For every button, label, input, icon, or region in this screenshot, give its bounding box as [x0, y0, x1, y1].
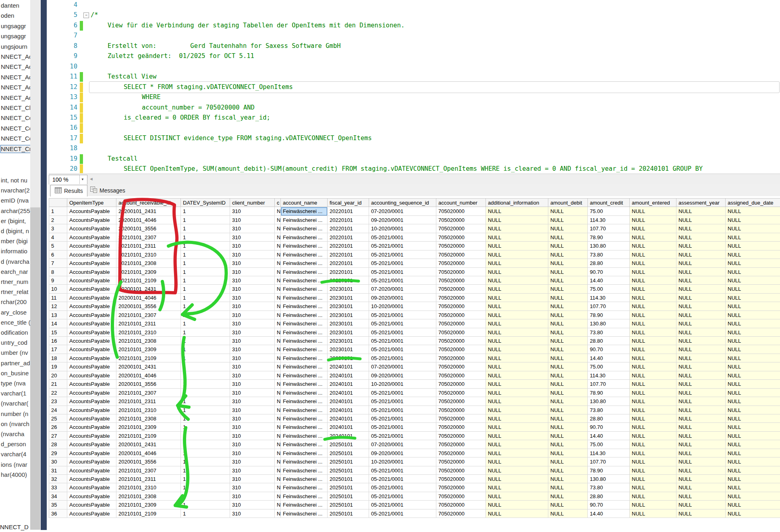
grid-cell[interactable]: 20240101	[328, 362, 369, 371]
grid-cell[interactable]: NULL	[630, 233, 676, 242]
grid-cell[interactable]: Feinwäscherei ...	[281, 337, 328, 345]
editor-zoom-dropdown[interactable]: 100 % ▼	[49, 175, 87, 185]
grid-row-number[interactable]: 19	[49, 362, 67, 371]
grid-cell[interactable]: NULL	[726, 328, 780, 337]
grid-row-number[interactable]: 5	[49, 242, 67, 250]
grid-cell[interactable]: NULL	[548, 466, 588, 475]
grid-cell[interactable]: NULL	[676, 328, 726, 337]
grid-cell[interactable]: 75.00	[588, 362, 630, 371]
grid-cell[interactable]: 705020000	[436, 224, 486, 233]
grid-header-amount_debit[interactable]: amount_debit	[548, 199, 588, 207]
grid-cell[interactable]: 20220101	[328, 233, 369, 242]
grid-cell[interactable]: AccountsPayable	[67, 380, 116, 388]
grid-cell[interactable]: NULL	[548, 501, 588, 509]
grid-cell[interactable]: 20210101_2311	[116, 475, 181, 483]
grid-cell[interactable]: 05-2021/0001	[369, 509, 436, 518]
grid-row-number[interactable]: 23	[49, 397, 67, 406]
grid-cell[interactable]: N	[275, 259, 281, 267]
grid-cell[interactable]: NULL	[726, 276, 780, 285]
grid-row-number[interactable]: 3	[49, 224, 67, 233]
grid-cell[interactable]: 310	[230, 389, 275, 397]
grid-row-number[interactable]: 17	[49, 345, 67, 354]
grid-row-number[interactable]: 26	[49, 423, 67, 431]
grid-row-number[interactable]: 32	[49, 475, 67, 483]
grid-cell[interactable]: NULL	[676, 354, 726, 362]
grid-row-number[interactable]: 1	[49, 207, 67, 215]
grid-cell[interactable]: 705020000	[436, 501, 486, 509]
grid-header-assessment_year[interactable]: assessment_year	[676, 199, 726, 207]
grid-cell[interactable]: 310	[230, 311, 275, 319]
grid-cell[interactable]: NULL	[630, 501, 676, 509]
grid-cell[interactable]: NULL	[486, 406, 548, 414]
grid-cell[interactable]: NULL	[676, 432, 726, 440]
grid-cell[interactable]: NULL	[548, 449, 588, 457]
grid-row-number[interactable]: 25	[49, 414, 67, 423]
grid-cell[interactable]: NULL	[630, 509, 676, 518]
grid-cell[interactable]: N	[275, 294, 281, 302]
grid-cell[interactable]: 20220101	[328, 207, 369, 215]
grid-row-number[interactable]: 24	[49, 406, 67, 414]
grid-cell[interactable]: 705020000	[436, 371, 486, 380]
grid-cell[interactable]: 14.40	[588, 432, 630, 440]
grid-cell[interactable]: 20250101	[328, 449, 369, 457]
grid-cell[interactable]: NULL	[548, 362, 588, 371]
grid-cell[interactable]: 310	[230, 509, 275, 518]
grid-cell[interactable]: 20240101	[328, 432, 369, 440]
sidebar-item[interactable]: ungsaggr	[1, 32, 26, 41]
grid-header-account_number[interactable]: account_number	[436, 199, 486, 207]
grid-cell[interactable]: 705020000	[436, 389, 486, 397]
grid-cell[interactable]: 05-2021/0001	[369, 276, 436, 285]
grid-cell[interactable]: 20210101_2311	[116, 397, 181, 406]
grid-cell[interactable]: 78.90	[588, 466, 630, 475]
grid-cell[interactable]: 310	[230, 397, 275, 406]
grid-cell[interactable]: NULL	[548, 207, 588, 215]
grid-cell[interactable]: NULL	[676, 302, 726, 311]
grid-cell[interactable]: NULL	[548, 406, 588, 414]
grid-cell[interactable]: NULL	[486, 492, 548, 501]
grid-cell[interactable]: 705020000	[436, 250, 486, 259]
grid-cell[interactable]: 05-2021/0001	[369, 268, 436, 276]
grid-cell[interactable]: NULL	[676, 276, 726, 285]
grid-cell[interactable]: 705020000	[436, 259, 486, 267]
grid-cell[interactable]: NULL	[486, 466, 548, 475]
grid-cell[interactable]: 78.90	[588, 389, 630, 397]
grid-cell[interactable]: 310	[230, 457, 275, 466]
grid-cell[interactable]: AccountsPayable	[67, 354, 116, 362]
grid-cell[interactable]: NULL	[630, 319, 676, 328]
grid-header-DATEV_SystemID[interactable]: DATEV_SystemID	[181, 199, 230, 207]
grid-cell[interactable]: NULL	[726, 268, 780, 276]
grid-cell[interactable]: NULL	[726, 423, 780, 431]
grid-cell[interactable]: NULL	[726, 319, 780, 328]
grid-cell[interactable]: 05-2021/0001	[369, 466, 436, 475]
grid-cell[interactable]: NULL	[676, 501, 726, 509]
grid-cell[interactable]: NULL	[726, 345, 780, 354]
grid-cell[interactable]: 1	[181, 475, 230, 483]
grid-cell[interactable]: NULL	[630, 268, 676, 276]
grid-cell[interactable]: NULL	[630, 457, 676, 466]
grid-cell[interactable]: 10-2020/0001	[369, 457, 436, 466]
grid-cell[interactable]: 310	[230, 501, 275, 509]
grid-cell[interactable]: AccountsPayable	[67, 483, 116, 492]
grid-cell[interactable]: 1	[181, 345, 230, 354]
grid-cell[interactable]: 20230101	[328, 345, 369, 354]
grid-cell[interactable]: NULL	[486, 337, 548, 345]
grid-cell[interactable]: 705020000	[436, 354, 486, 362]
grid-cell[interactable]: N	[275, 475, 281, 483]
grid-cell[interactable]: NULL	[486, 371, 548, 380]
grid-cell[interactable]: 107.70	[588, 380, 630, 388]
grid-cell[interactable]: NULL	[676, 380, 726, 388]
grid-cell[interactable]: Feinwäscherei ...	[281, 475, 328, 483]
grid-cell[interactable]: 20200101_3556	[116, 380, 181, 388]
grid-cell[interactable]: AccountsPayable	[67, 250, 116, 259]
grid-cell[interactable]: 05-2021/0001	[369, 259, 436, 267]
grid-cell[interactable]: N	[275, 250, 281, 259]
grid-cell[interactable]: 78.90	[588, 311, 630, 319]
grid-cell[interactable]: N	[275, 268, 281, 276]
grid-cell[interactable]: NULL	[726, 475, 780, 483]
grid-cell[interactable]: 28.80	[588, 414, 630, 423]
grid-header-OpenItemType[interactable]: OpenItemType	[67, 199, 116, 207]
grid-cell[interactable]: NULL	[548, 440, 588, 449]
grid-cell[interactable]: 05-2021/0001	[369, 397, 436, 406]
grid-cell[interactable]: 05-2021/0001	[369, 345, 436, 354]
grid-cell[interactable]: 1	[181, 483, 230, 492]
